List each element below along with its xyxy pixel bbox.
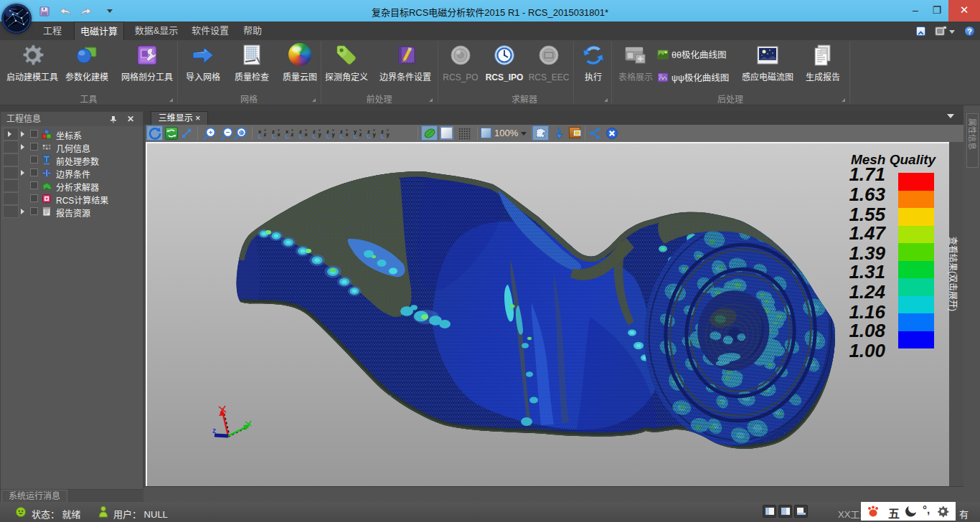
svg-text:z: z — [212, 427, 216, 435]
svg-text:v: v — [278, 128, 280, 132]
svg-text:x: x — [278, 131, 281, 138]
svg-text:z: z — [313, 128, 316, 135]
svg-text:z: z — [326, 128, 329, 135]
svg-text:x: x — [286, 128, 289, 135]
svg-text:y: y — [332, 131, 336, 138]
svg-text:x: x — [305, 131, 308, 138]
svg-text:v: v — [305, 128, 307, 132]
svg-text:z: z — [299, 128, 302, 135]
svg-text:v: v — [387, 128, 389, 132]
svg-text:z: z — [264, 131, 267, 138]
svg-text:y: y — [387, 131, 390, 138]
svg-text:x: x — [258, 128, 262, 135]
svg-text:−: − — [226, 128, 230, 136]
svg-text:v: v — [291, 128, 293, 132]
svg-text:v: v — [319, 128, 321, 132]
svg-text:y: y — [319, 131, 322, 138]
svg-text:v: v — [359, 128, 362, 132]
svg-text:z: z — [367, 128, 370, 135]
svg-text:v: v — [346, 128, 348, 132]
svg-text:v: v — [264, 128, 266, 132]
svg-text:+: + — [209, 128, 213, 136]
svg-text:z: z — [381, 128, 384, 135]
svg-text:x: x — [346, 131, 349, 138]
svg-text:z: z — [291, 131, 294, 138]
svg-text:v: v — [373, 128, 375, 132]
svg-text:y: y — [373, 131, 377, 138]
svg-text:⊕: ⊕ — [239, 128, 245, 136]
svg-text:z: z — [359, 131, 362, 138]
svg-text:y: y — [354, 128, 357, 135]
svg-text:z: z — [272, 128, 275, 135]
svg-text:v: v — [332, 128, 334, 132]
svg-text:z: z — [340, 128, 343, 135]
